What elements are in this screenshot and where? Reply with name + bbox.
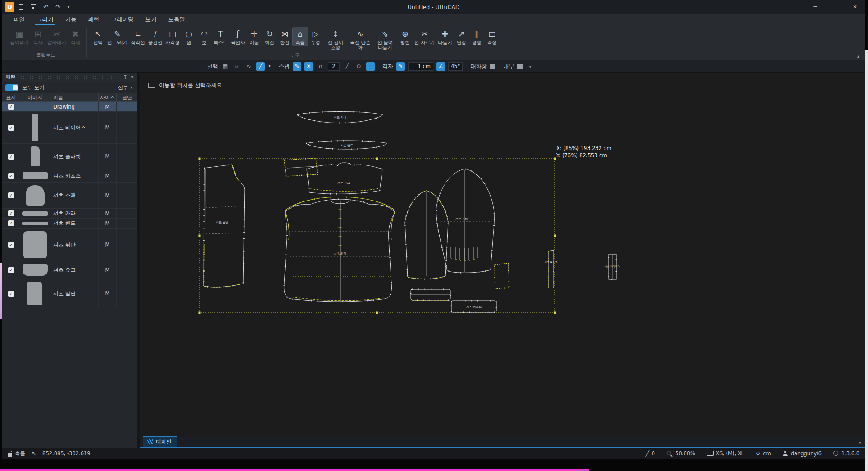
- ribbon-tool[interactable]: ✂ 잘라내기: [46, 27, 68, 46]
- filter-dropdown[interactable]: 전부 ▾: [116, 83, 134, 92]
- column-header-size[interactable]: 사이즈: [99, 93, 117, 101]
- piece-cuff-2[interactable]: 셔츠 커프스: [451, 301, 496, 312]
- snap-center-icon[interactable]: ⊙: [354, 62, 363, 71]
- piece-back[interactable]: 셔츠 뒤판: [284, 197, 395, 302]
- ribbon-tool[interactable]: ⊕ 병합: [398, 27, 413, 46]
- ribbon-tool[interactable]: ✎ 선 그리기: [106, 27, 129, 46]
- menu-item[interactable]: 기능: [59, 14, 82, 26]
- status-pen[interactable]: ╱ 0: [646, 450, 655, 457]
- piece-bias-strip[interactable]: 셔츠 바이어스: [604, 254, 620, 279]
- status-version[interactable]: ⓘ 1.3.6.0: [833, 450, 859, 457]
- row-visibility-checkbox[interactable]: ✓: [8, 220, 14, 226]
- panel-close-icon[interactable]: ✕: [130, 74, 134, 80]
- pattern-row[interactable]: ✓ 셔츠 밴드 M: [2, 219, 137, 229]
- ribbon-tool[interactable]: ▣ 붙여넣기: [9, 27, 30, 46]
- ribbon-tool[interactable]: ⇘ 선 붙여 다듬기: [373, 27, 397, 51]
- tabbar-chevron-icon[interactable]: ▾: [859, 440, 861, 445]
- dialog-checkbox[interactable]: [490, 64, 495, 69]
- column-header-name[interactable]: 이름: [50, 93, 99, 101]
- ribbon-tool[interactable]: ✚ 다듬기: [436, 27, 454, 46]
- ribbon-tool[interactable]: ▤ 측정: [485, 27, 500, 46]
- row-visibility-checkbox[interactable]: ✓: [8, 242, 14, 248]
- ribbon-tool[interactable]: ∿ 곡선 단순화: [348, 27, 373, 51]
- ribbon-tool[interactable]: ↖ 선택: [91, 27, 105, 46]
- ribbon-tool[interactable]: ↕ 선 길이 조정: [323, 27, 348, 51]
- snap-tolerance-input[interactable]: 2: [328, 62, 340, 71]
- ribbon-tool[interactable]: T 텍스트: [212, 27, 229, 46]
- undo-icon[interactable]: ↶: [43, 4, 48, 10]
- pattern-row[interactable]: ✓ 셔츠 카라 M: [2, 209, 137, 219]
- pattern-row[interactable]: ✓ 셔츠 플라켓 M: [2, 144, 137, 169]
- panel-drag-handle[interactable]: [20, 76, 119, 79]
- close-button[interactable]: ✕: [845, 0, 865, 14]
- quick-access-caret-icon[interactable]: ▾: [68, 5, 70, 9]
- pattern-row[interactable]: ✓ 셔츠 커프스 M: [2, 169, 137, 183]
- menu-item[interactable]: 파일: [8, 14, 31, 26]
- minimize-button[interactable]: ─: [805, 0, 825, 14]
- row-visibility-checkbox[interactable]: ✓: [8, 291, 14, 297]
- piece-band[interactable]: 셔츠 밴드: [306, 141, 387, 149]
- piece-cuff-1[interactable]: [411, 289, 450, 300]
- row-visibility-checkbox[interactable]: ✓: [8, 125, 14, 131]
- new-file-icon[interactable]: [19, 4, 23, 10]
- pattern-row[interactable]: ✓ 셔츠 바이어스 M: [2, 112, 137, 144]
- piece-placket-strip[interactable]: 셔츠 플라켓: [544, 250, 557, 288]
- status-unit[interactable]: ↺ cm: [756, 450, 771, 457]
- tab-design[interactable]: 디자인: [143, 436, 177, 448]
- menu-item[interactable]: 그레이딩: [105, 14, 140, 26]
- ribbon-tool[interactable]: ✖ 삭제: [68, 27, 83, 46]
- row-visibility-checkbox[interactable]: ✓: [8, 154, 14, 160]
- snap-fill-icon[interactable]: [366, 62, 375, 71]
- menu-item[interactable]: 도움말: [163, 14, 191, 26]
- redo-icon[interactable]: ↷: [55, 4, 60, 10]
- ribbon-tool[interactable]: □ 사각형: [164, 27, 181, 46]
- ribbon-tool[interactable]: ⌂ 측률: [293, 27, 308, 46]
- line-select-icon[interactable]: ╱: [256, 62, 265, 71]
- column-header-show[interactable]: 표시: [2, 93, 20, 101]
- save-icon[interactable]: [31, 4, 36, 9]
- pattern-row[interactable]: ✓ 셔츠 뒤판 M: [2, 229, 137, 261]
- ribbon-tool[interactable]: ∟ 직각선: [129, 27, 146, 46]
- selection-marquee[interactable]: [199, 158, 556, 314]
- status-user[interactable]: danggunyi6: [783, 450, 822, 457]
- column-header-image[interactable]: 이미지: [20, 93, 50, 101]
- row-visibility-checkbox[interactable]: ✓: [8, 210, 14, 216]
- pattern-panel-header[interactable]: 패턴 ↧ ✕: [2, 73, 137, 82]
- curve-icon[interactable]: ∿: [245, 62, 253, 71]
- ribbon-tool[interactable]: ↗ 연장: [454, 27, 469, 46]
- pattern-row[interactable]: ✓ 셔츠 앞판 M: [2, 279, 137, 308]
- piece-sleeve-left[interactable]: [405, 191, 448, 279]
- ribbon-tool[interactable]: ∥ 평행: [469, 27, 484, 46]
- pattern-canvas-svg[interactable]: 셔츠 카라 셔츠 밴드: [140, 73, 865, 437]
- drawing-canvas[interactable]: 셔츠 카라 셔츠 밴드: [140, 73, 865, 437]
- pattern-row[interactable]: ✓ 셔츠 요크 M: [2, 261, 137, 279]
- snap-magnet-icon[interactable]: ∩: [316, 62, 325, 71]
- ribbon-tool[interactable]: ∕ 중간선: [147, 27, 164, 46]
- hand-icon[interactable]: ☞: [233, 62, 241, 71]
- ribbon-tool[interactable]: ✛ 이동: [247, 27, 262, 46]
- inner-checkbox[interactable]: [517, 64, 523, 69]
- grid-angle-input[interactable]: 45°: [448, 62, 463, 71]
- snap-line-icon[interactable]: ✎: [293, 62, 301, 71]
- piece-sleeve[interactable]: 셔츠 소매: [436, 169, 494, 273]
- menu-item[interactable]: 패턴: [82, 14, 105, 26]
- pattern-row[interactable]: ✓ Drawing M: [2, 102, 137, 112]
- column-header-fabric[interactable]: 원단: [117, 93, 137, 101]
- grid-size-input[interactable]: 1 cm: [408, 62, 433, 71]
- ribbon-tool[interactable]: ⊞ 복사: [31, 27, 45, 46]
- ribbon-tool[interactable]: ↻ 회전: [262, 27, 277, 46]
- pin-icon[interactable]: ↧: [123, 74, 127, 80]
- ribbon-tool[interactable]: ⋈ 반전: [277, 27, 292, 46]
- row-visibility-checkbox[interactable]: ✓: [8, 173, 14, 179]
- maximize-button[interactable]: [825, 0, 845, 14]
- ribbon-tool[interactable]: ʃ 곡선자: [229, 27, 246, 46]
- snap-intersection-icon[interactable]: ✕: [304, 62, 313, 71]
- grid-pencil-icon[interactable]: ✎: [396, 62, 405, 71]
- options-chevron-icon[interactable]: ▾: [529, 64, 531, 69]
- menu-item[interactable]: 보기: [140, 14, 163, 26]
- pattern-row[interactable]: ✓ 셔츠 소매 M: [2, 183, 137, 209]
- image-icon[interactable]: ▦: [221, 62, 230, 71]
- ribbon-tool[interactable]: ◠ 호: [197, 27, 212, 46]
- show-all-toggle[interactable]: [5, 84, 18, 91]
- row-visibility-checkbox[interactable]: ✓: [8, 104, 14, 110]
